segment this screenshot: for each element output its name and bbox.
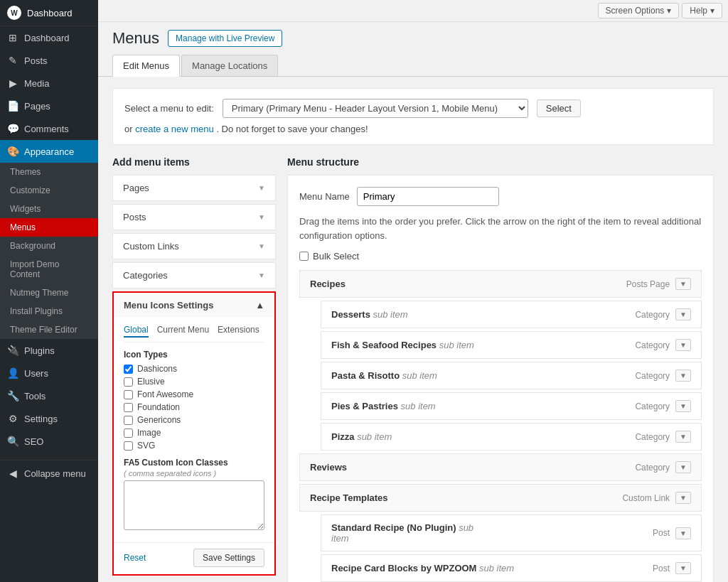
icon-tab-extensions[interactable]: Extensions — [218, 325, 259, 338]
fa5-label: FA5 Custom Icon Classes — [124, 458, 264, 468]
sidebar: W Dashboard ⊞ Dashboard ✎ Posts ▶ Media … — [0, 0, 98, 582]
menu-item-pasta-risotto-arrow-icon[interactable]: ▼ — [675, 370, 691, 382]
screen-options-button[interactable]: Screen Options ▾ — [598, 3, 680, 18]
elusive-label: Elusive — [137, 377, 165, 387]
menu-item-fish-seafood-arrow-icon[interactable]: ▼ — [675, 339, 691, 351]
menu-item-recipe-card-blocks-title: Recipe Card Blocks by WPZOOM sub item — [331, 563, 514, 573]
sidebar-item-media[interactable]: ▶ Media — [0, 72, 98, 95]
menu-item-recipe-card-blocks-arrow-icon[interactable]: ▼ — [675, 562, 691, 574]
menu-item-pies-pastries-arrow-icon[interactable]: ▼ — [675, 400, 691, 412]
genericons-checkbox[interactable] — [124, 416, 133, 425]
sidebar-item-nutmeg-theme[interactable]: Nutmeg Theme — [0, 284, 98, 302]
accordion-custom-links-header[interactable]: Custom Links ▼ — [113, 234, 275, 259]
sidebar-item-background[interactable]: Background — [0, 237, 98, 255]
sidebar-item-themes[interactable]: Themes — [0, 163, 98, 181]
screen-options-chevron-icon: ▾ — [667, 6, 671, 16]
sidebar-item-seo[interactable]: 🔍 SEO — [0, 430, 98, 453]
tab-manage-locations[interactable]: Manage Locations — [181, 55, 278, 76]
svg-checkbox[interactable] — [124, 441, 133, 451]
save-settings-button[interactable]: Save Settings — [193, 549, 264, 567]
menu-item-reviews: Reviews Category ▼ — [299, 453, 702, 481]
elusive-checkbox[interactable] — [124, 377, 133, 387]
image-checkbox[interactable] — [124, 429, 133, 438]
comments-icon: 💬 — [7, 123, 18, 134]
genericons-label: Genericons — [137, 415, 181, 425]
dashicons-checkbox[interactable] — [124, 365, 133, 374]
sidebar-item-import-demo[interactable]: Import Demo Content — [0, 255, 98, 284]
sidebar-item-widgets[interactable]: Widgets — [0, 200, 98, 218]
menu-item-desserts-arrow-icon[interactable]: ▼ — [675, 308, 691, 320]
menu-item-recipe-templates-arrow-icon[interactable]: ▼ — [675, 492, 691, 504]
manage-with-live-preview-button[interactable]: Manage with Live Preview — [168, 30, 282, 47]
help-label: Help — [690, 6, 707, 16]
menu-item-pasta-risotto: Pasta & Risotto sub item Category ▼ — [321, 362, 702, 389]
menu-item-standard-recipe-arrow-icon[interactable]: ▼ — [675, 527, 691, 539]
font-awesome-checkbox[interactable] — [124, 390, 133, 399]
dashboard-icon: ⊞ — [7, 32, 18, 43]
sidebar-item-install-plugins[interactable]: Install Plugins — [0, 302, 98, 320]
reset-link[interactable]: Reset — [124, 553, 146, 563]
icon-tab-global[interactable]: Global — [124, 325, 149, 338]
menu-item-recipe-templates: Recipe Templates Custom Link ▼ — [299, 484, 702, 512]
bulk-select-checkbox[interactable] — [299, 252, 309, 261]
menu-item-reviews-left: Reviews — [310, 462, 347, 473]
sidebar-item-label: Plugins — [24, 345, 55, 356]
menu-item-recipes-title: Recipes — [310, 279, 346, 289]
menu-structure-box: Menu Name Drag the items into the order … — [287, 175, 714, 582]
menu-item-standard-recipe-title: Standard Recipe (No Plugin) subitem — [331, 522, 473, 544]
accordion-categories: Categories ▼ — [112, 262, 276, 289]
menu-item-recipes-arrow-icon[interactable]: ▼ — [675, 278, 691, 290]
tab-edit-menus[interactable]: Edit Menus — [112, 55, 180, 77]
help-button[interactable]: Help ▾ — [682, 3, 722, 18]
sidebar-item-menus[interactable]: Menus — [0, 218, 98, 237]
sidebar-item-dashboard[interactable]: ⊞ Dashboard — [0, 26, 98, 49]
left-panel: Add menu items Pages ▼ Posts ▼ — [112, 156, 276, 578]
image-label: Image — [137, 428, 161, 438]
menu-name-input[interactable] — [357, 187, 499, 206]
accordion-categories-label: Categories — [123, 270, 168, 281]
foundation-label: Foundation — [137, 402, 180, 412]
menu-select-dropdown[interactable]: Primary (Primary Menu - Header Layout Ve… — [223, 99, 528, 118]
svg-label: SVG — [137, 441, 155, 451]
menu-item-reviews-arrow-icon[interactable]: ▼ — [675, 461, 691, 473]
menu-item-recipes-left: Recipes — [310, 279, 346, 289]
foundation-checkbox[interactable] — [124, 403, 133, 412]
checkbox-elusive: Elusive — [124, 377, 264, 387]
accordion-pages-header[interactable]: Pages ▼ — [113, 176, 275, 200]
sidebar-item-theme-file-editor[interactable]: Theme File Editor — [0, 320, 98, 339]
create-new-menu-link[interactable]: create a new menu — [135, 124, 214, 134]
sidebar-item-label: Dashboard — [24, 33, 70, 43]
pages-icon: 📄 — [7, 100, 18, 112]
checkbox-genericons: Genericons — [124, 415, 264, 425]
sidebar-item-posts[interactable]: ✎ Posts — [0, 49, 98, 72]
sidebar-item-label: Theme File Editor — [10, 325, 77, 335]
sidebar-item-comments[interactable]: 💬 Comments — [0, 117, 98, 140]
menu-item-recipes-right: Posts Page ▼ — [626, 278, 691, 290]
sidebar-item-label: Comments — [24, 124, 69, 134]
icon-tab-current-menu[interactable]: Current Menu — [157, 325, 209, 338]
accordion-custom-links: Custom Links ▼ — [112, 233, 276, 259]
sidebar-item-tools[interactable]: 🔧 Tools — [0, 384, 98, 407]
sidebar-item-label: Media — [24, 78, 49, 89]
sidebar-item-users[interactable]: 👤 Users — [0, 362, 98, 384]
page-header: Menus Manage with Live Preview — [98, 22, 728, 48]
sidebar-item-pages[interactable]: 📄 Pages — [0, 95, 98, 117]
sidebar-item-label: Tools — [24, 391, 46, 402]
menu-item-recipes: Recipes Posts Page ▼ — [299, 270, 702, 298]
top-bar: Screen Options ▾ Help ▾ — [98, 0, 728, 22]
sidebar-item-collapse[interactable]: ◀ Collapse menu — [0, 460, 98, 485]
sidebar-item-label: Customize — [10, 185, 50, 195]
select-button[interactable]: Select — [537, 99, 581, 117]
sidebar-item-settings[interactable]: ⚙ Settings — [0, 407, 98, 430]
accordion-categories-header[interactable]: Categories ▼ — [113, 263, 275, 288]
posts-icon: ✎ — [7, 55, 18, 66]
menu-item-fish-seafood-type: Category — [635, 340, 670, 350]
menu-item-pies-pastries-title: Pies & Pastries sub item — [331, 401, 436, 411]
accordion-posts-header[interactable]: Posts ▼ — [113, 205, 275, 230]
sidebar-item-customize[interactable]: Customize — [0, 181, 98, 200]
sidebar-item-plugins[interactable]: 🔌 Plugins — [0, 339, 98, 362]
sidebar-item-appearance[interactable]: 🎨 Appearance — [0, 140, 98, 163]
menu-icons-settings-header[interactable]: Menu Icons Settings ▲ — [114, 293, 274, 318]
fa5-textarea[interactable] — [124, 480, 264, 530]
menu-item-pizza-arrow-icon[interactable]: ▼ — [675, 431, 691, 443]
